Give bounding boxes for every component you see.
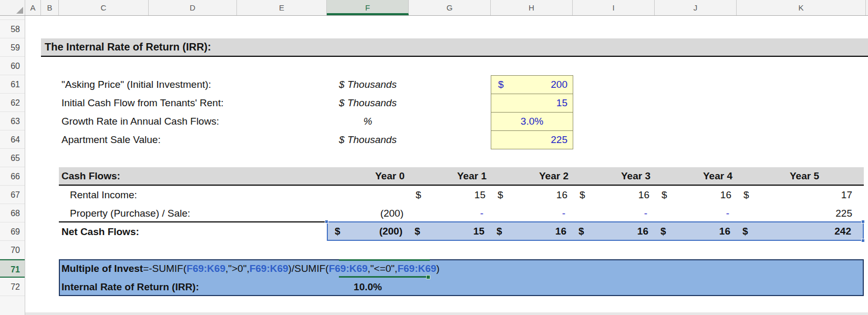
property-year4-cell[interactable]: - — [655, 204, 737, 222]
currency-symbol: $ — [498, 186, 503, 204]
row-header-70[interactable]: 70 — [0, 241, 25, 259]
cell-value: 16 — [720, 186, 731, 204]
row-header-63[interactable]: 63 — [0, 112, 25, 130]
property-year3-cell[interactable]: - — [573, 204, 655, 222]
input-cell-growth-rate[interactable]: 3.0% — [491, 113, 573, 131]
column-header-a[interactable]: A — [25, 0, 41, 15]
year-header-0[interactable]: Year 0 — [327, 167, 409, 186]
net-year5-cell[interactable]: $ 242 — [736, 222, 863, 240]
irr-value[interactable]: 10.0% — [327, 278, 409, 296]
rental-income-label[interactable]: Rental Income: — [70, 186, 137, 204]
cell-value: 16 — [719, 222, 730, 240]
row-header-71-active[interactable]: 71 — [0, 259, 25, 278]
formula-text: ,">0", — [225, 263, 250, 274]
column-header-g[interactable]: G — [409, 0, 491, 15]
next-row-band-partial — [25, 312, 868, 315]
currency-symbol: $ — [580, 186, 585, 204]
row-header-57-partial[interactable] — [0, 16, 25, 20]
currency-symbol: $ — [660, 222, 666, 240]
input-label-asking-price[interactable]: "Asking Price" (Initial Investment): — [61, 75, 211, 94]
net-year4-cell[interactable]: $ 16 — [654, 222, 736, 240]
rental-income-year1-cell[interactable]: $ 15 — [409, 186, 491, 204]
year-header-2[interactable]: Year 2 — [491, 167, 573, 186]
selected-range-f69-k69[interactable]: $ (200) $ 15 $ 16 $ 16 $ 16 $ 242 — [327, 221, 864, 241]
input-value: 225 — [551, 134, 567, 145]
rental-income-year5-cell[interactable]: $ 17 — [737, 186, 864, 204]
currency-symbol: $ — [662, 186, 667, 204]
currency-symbol: $ — [498, 76, 504, 94]
net-year0-cell[interactable]: $ (200) — [328, 222, 408, 240]
select-all-corner[interactable] — [0, 0, 25, 15]
currency-symbol: $ — [497, 222, 502, 240]
formula-text: ) — [436, 263, 439, 274]
column-header-e[interactable]: E — [237, 0, 327, 15]
column-header-c[interactable]: C — [59, 0, 149, 15]
rental-income-year3-cell[interactable]: $ 16 — [573, 186, 655, 204]
property-year5-cell[interactable]: 225 — [737, 204, 864, 222]
formula-range-ref: F69:K69 — [397, 263, 436, 274]
cash-flows-section-label: Cash Flows: — [61, 167, 120, 186]
cell-value: 242 — [834, 222, 851, 240]
input-label-initial-cash-flow[interactable]: Initial Cash Flow from Tenants' Rent: — [61, 94, 223, 112]
input-cell-asking-price[interactable]: $ 200 — [491, 76, 573, 94]
rental-income-year2-cell[interactable]: $ 16 — [491, 186, 573, 204]
net-year3-cell[interactable]: $ 16 — [572, 222, 654, 240]
row-header-69[interactable]: 69 — [0, 222, 25, 241]
currency-symbol: $ — [415, 222, 420, 240]
column-header-i[interactable]: I — [573, 0, 655, 15]
unit-percent[interactable]: % — [327, 112, 409, 130]
property-label[interactable]: Property (Purchase) / Sale: — [70, 204, 190, 222]
column-header-h[interactable]: H — [491, 0, 573, 15]
cell-value: 15 — [473, 222, 484, 240]
formula-edit-line[interactable]: Multiple of Invest=-SUMIF(F69:K69,">0",F… — [61, 259, 440, 278]
currency-symbol: $ — [416, 186, 421, 204]
row-header-59[interactable]: 59 — [0, 38, 25, 57]
net-year2-cell[interactable]: $ 16 — [490, 222, 572, 240]
year-header-1[interactable]: Year 1 — [409, 167, 491, 186]
row-header-65[interactable]: 65 — [0, 149, 25, 167]
property-year0-cell[interactable]: (200) — [327, 204, 409, 222]
rental-income-year4-cell[interactable]: $ 16 — [655, 186, 737, 204]
row-header-64[interactable]: 64 — [0, 130, 25, 149]
formula-text: ,"<=0", — [368, 263, 398, 274]
row-header-66[interactable]: 66 — [0, 167, 25, 186]
row-header-68[interactable]: 68 — [0, 204, 25, 222]
year-header-3[interactable]: Year 3 — [573, 167, 655, 186]
cell-value: (200) — [379, 222, 402, 240]
property-year1-cell[interactable]: - — [409, 204, 491, 222]
input-label-sale-value[interactable]: Apartment Sale Value: — [61, 130, 161, 149]
unit-thousands-3[interactable]: $ Thousands — [327, 130, 409, 149]
input-value: 200 — [551, 76, 567, 94]
year-header-5[interactable]: Year 5 — [737, 167, 864, 186]
net-year1-cell[interactable]: $ 15 — [408, 222, 490, 240]
section-title: The Internal Rate of Return (IRR): — [45, 38, 868, 57]
range-handle-bottom-right[interactable] — [861, 239, 865, 242]
section-title-band[interactable]: The Internal Rate of Return (IRR): — [41, 38, 868, 57]
row-header-72[interactable]: 72 — [0, 278, 25, 296]
formula-range-ref: F69:K69 — [250, 263, 288, 274]
column-header-k[interactable]: K — [737, 0, 866, 15]
input-cell-sale-value[interactable]: 225 — [491, 131, 573, 149]
row-header-62[interactable]: 62 — [0, 94, 25, 112]
net-cash-flows-label[interactable]: Net Cash Flows: — [61, 222, 139, 241]
input-cell-initial-cash-flow[interactable]: 15 — [491, 94, 573, 113]
range-handle-top-right[interactable] — [861, 220, 865, 223]
year-header-4[interactable]: Year 4 — [655, 167, 737, 186]
currency-symbol: $ — [578, 222, 584, 240]
row-header-58[interactable]: 58 — [0, 20, 25, 38]
row-header-60[interactable]: 60 — [0, 57, 25, 75]
row-header-67[interactable]: 67 — [0, 186, 25, 204]
column-header-d[interactable]: D — [149, 0, 237, 15]
input-label-growth-rate[interactable]: Growth Rate in Annual Cash Flows: — [61, 112, 219, 130]
column-header-b[interactable]: B — [41, 0, 59, 15]
column-header-j[interactable]: J — [655, 0, 737, 15]
column-header-f-active[interactable]: F — [327, 0, 409, 15]
unit-thousands-2[interactable]: $ Thousands — [327, 94, 409, 112]
range-handle-top-left[interactable] — [325, 220, 328, 223]
currency-symbol: $ — [742, 222, 748, 240]
formula-range-ref: F69:K69 — [329, 263, 368, 274]
irr-label[interactable]: Internal Rate of Return (IRR): — [61, 278, 199, 296]
unit-thousands-1[interactable]: $ Thousands — [327, 75, 409, 94]
row-header-61[interactable]: 61 — [0, 75, 25, 94]
property-year2-cell[interactable]: - — [491, 204, 573, 222]
